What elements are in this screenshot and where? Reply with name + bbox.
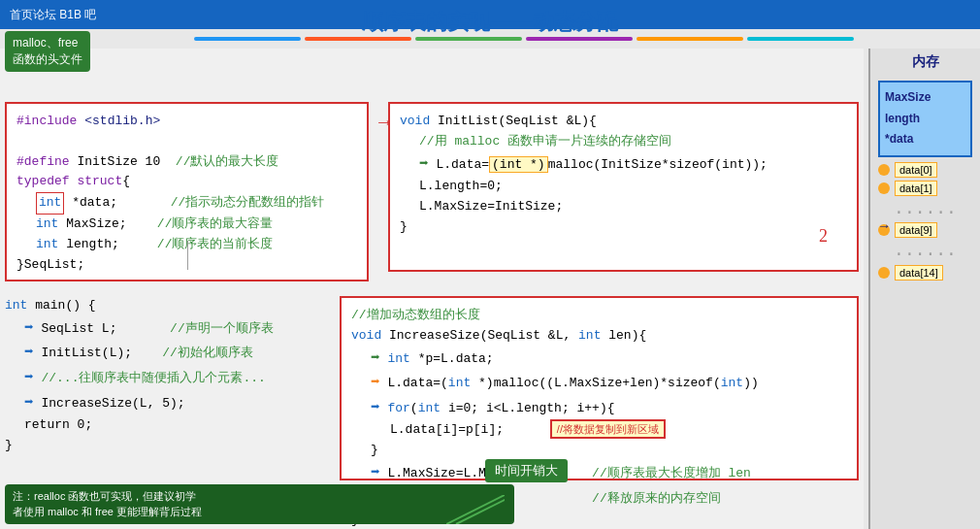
memory-label-1: data[1] (895, 181, 937, 196)
tr-line-void: void InitList(SeqList &L){ (400, 112, 847, 132)
title-line-1 (194, 37, 301, 41)
memory-label-0: data[0] (895, 162, 937, 178)
tr-line-data: ➡ L.data=(int *)malloc(InitSize*sizeof(i… (400, 152, 847, 178)
svg-line-0 (446, 495, 505, 524)
code-line-blank1 (16, 132, 357, 152)
bl-initlist: ➡ InitList(L); //初始化顺序表 (5, 341, 335, 366)
bottom-annotation: 注：realloc 函数也可实现，但建议初学 者使用 malloc 和 free… (5, 484, 514, 524)
main-container: 首页论坛 B1B 吧 顺序表的实现——动态分配 malloc、free 函数的头… (0, 0, 980, 529)
memory-title: 内存 (870, 49, 980, 76)
br-p-data: ➡ int *p=L.data; (351, 347, 847, 372)
bl-seqlist: ➡ SeqList L; //声明一个顺序表 (5, 316, 335, 342)
br-for: ➡ for(int i=0; i<L.length; i++){ (351, 396, 847, 421)
banner-text: 首页论坛 B1B 吧 (10, 7, 96, 23)
memory-arrow-right: → (880, 218, 888, 234)
bottomright-code-box: //增加动态数组的长度 void IncreaseSize(SeqList &L… (340, 296, 859, 480)
br-ldata-malloc: ➡ L.data=(int *)malloc((L.MaxSize+len)*s… (351, 371, 847, 396)
memory-item-9: data[9] (878, 222, 972, 238)
tr-line-maxsize: L.MaxSize=InitSize; (400, 197, 847, 217)
bl-return: return 0; (5, 415, 335, 436)
code-line-include: #include <stdlib.h> (16, 112, 357, 132)
green-annotation-line1: malloc、free (13, 35, 82, 51)
bl-main: int main() { (5, 296, 335, 316)
memory-item-1: data[1] (878, 181, 972, 196)
br-comment-increase: //增加动态数组的长度 (351, 306, 847, 326)
green-annotation: malloc、free 函数的头文件 (5, 31, 90, 72)
title-lines (194, 37, 854, 41)
bl-increase: ➡ IncreaseSize(L, 5); (5, 391, 335, 416)
green-annotation-line2: 函数的头文件 (13, 51, 82, 68)
copy-annotation: //将数据复制到新区域 (550, 419, 666, 439)
tr-comment: //用 malloc 函数申请一片连续的存储空间 (400, 132, 847, 152)
memory-panel: 内存 MaxSize length *data → data[0] data[1… (868, 49, 980, 529)
memory-label-9: data[9] (895, 222, 937, 238)
memory-dots-middle: ...... (878, 199, 972, 220)
memory-label-14: data[14] (895, 265, 943, 281)
memory-struct-box: MaxSize length *data (878, 81, 972, 157)
code-line-data: int *data; //指示动态分配数组的指针 (16, 192, 357, 215)
title-line-5 (637, 37, 743, 41)
bl-comment: ➡ //...往顺序表中随便插入几个元素... (5, 366, 335, 391)
tr-close: } (400, 217, 847, 238)
decoration-lines (446, 495, 505, 524)
br-close1: } (351, 441, 847, 461)
content-area: #include <stdlib.h> #define InitSize 10 … (0, 49, 864, 529)
topleft-code-box: #include <stdlib.h> #define InitSize 10 … (5, 102, 369, 281)
title-line-3 (415, 37, 522, 41)
br-void-increase: void IncreaseSize(SeqList &L, int len){ (351, 326, 847, 347)
time-annotation: 时间开销大 (485, 459, 568, 482)
title-line-6 (747, 37, 854, 41)
code-line-typedef: typedef struct{ (16, 172, 357, 192)
memory-dot-0 (878, 164, 890, 176)
memory-field-data: *data (885, 129, 965, 150)
memory-field-length: length (885, 109, 965, 130)
memory-item-0: data[0] (878, 162, 972, 178)
code-line-maxsize: int MaxSize; //顺序表的最大容量 (16, 215, 357, 235)
time-annotation-text: 时间开销大 (495, 463, 558, 478)
memory-dot-14 (878, 267, 890, 279)
title-line-2 (305, 37, 411, 41)
bottom-annotation-text: 注：realloc 函数也可实现，但建议初学 者使用 malloc 和 free… (13, 489, 506, 519)
title-line-4 (526, 37, 633, 41)
annotation-2: 2 (819, 222, 828, 250)
br-copy: L.data[i]=p[i]; //将数据复制到新区域 (351, 420, 847, 441)
topright-code-box: void InitList(SeqList &L){ //用 malloc 函数… (388, 102, 859, 272)
vertical-divider (187, 241, 188, 270)
page-title: 顺序表的实现——动态分配 (362, 8, 618, 37)
memory-item-14: data[14] (878, 265, 972, 281)
memory-field-maxsize: MaxSize (885, 87, 965, 109)
br-maxsize: ➡ L.MaxSize=L.MaxSize+len; //顺序表最大长度增加 l… (351, 461, 847, 486)
memory-dot-1 (878, 182, 890, 194)
memory-dots-lower: ...... (878, 241, 972, 262)
left-arrow-to-topright: → (378, 112, 390, 134)
code-line-define: #define InitSize 10 //默认的最大长度 (16, 152, 357, 173)
bl-close: } (5, 436, 335, 456)
memory-data-list: data[0] data[1] ...... data[9] ...... da… (878, 162, 972, 281)
tr-line-length: L.length=0; (400, 177, 847, 197)
